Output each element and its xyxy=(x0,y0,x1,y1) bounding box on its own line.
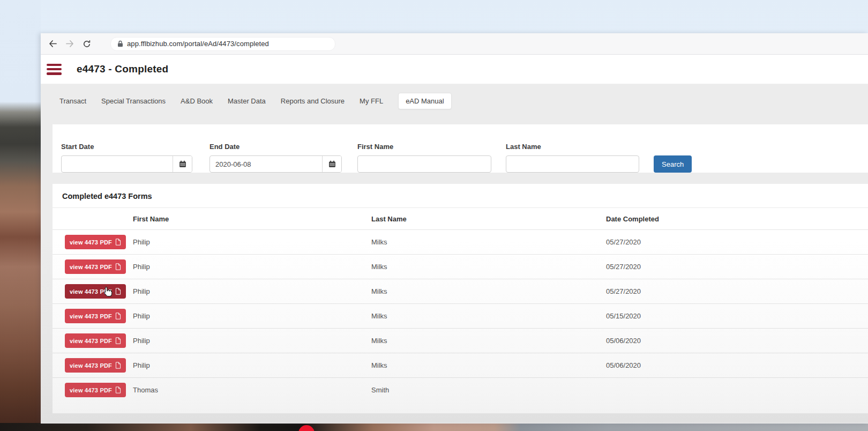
app-body: Transact Special Transactions A&D Book M… xyxy=(41,84,868,423)
refresh-icon xyxy=(83,40,91,48)
tab-reports-and-closure[interactable]: Reports and Closure xyxy=(281,97,345,105)
cell-date-completed: 05/27/2020 xyxy=(606,263,868,271)
cell-first-name: Philip xyxy=(133,361,371,369)
calendar-icon xyxy=(328,160,336,168)
tab-bar: Transact Special Transactions A&D Book M… xyxy=(41,84,868,112)
tab-ad-book[interactable]: A&D Book xyxy=(181,97,213,105)
cell-last-name: Milks xyxy=(371,361,606,369)
end-date-group: End Date xyxy=(209,143,342,173)
app-header: e4473 - Completed xyxy=(41,55,868,84)
calendar-icon xyxy=(179,160,186,168)
first-name-group: First Name xyxy=(357,143,491,173)
cell-first-name: Philip xyxy=(133,312,371,320)
view-4473-pdf-button[interactable]: view 4473 PDF xyxy=(65,333,126,348)
forward-arrow-icon xyxy=(65,40,74,48)
url-text: app.fflbizhub.com/portal/eAd/4473/comple… xyxy=(127,40,269,48)
table-row: view 4473 PDF Philip Milks 05/15/2020 xyxy=(53,303,868,328)
last-name-label: Last Name xyxy=(506,143,639,151)
column-header-last-name: Last Name xyxy=(371,215,606,223)
table-row: view 4473 PDF Thomas Smith xyxy=(53,377,868,402)
hamburger-menu-icon[interactable] xyxy=(47,64,62,75)
view-4473-pdf-button[interactable]: view 4473 PDF xyxy=(65,309,126,323)
cell-first-name: Philip xyxy=(133,238,371,246)
pdf-file-icon xyxy=(115,387,121,393)
cell-first-name: Philip xyxy=(133,263,371,271)
mouse-cursor xyxy=(103,286,113,300)
tab-transact[interactable]: Transact xyxy=(59,97,86,105)
tab-my-ffl[interactable]: My FFL xyxy=(360,97,383,105)
browser-toolbar: app.fflbizhub.com/portal/eAd/4473/comple… xyxy=(41,33,868,55)
pdf-file-icon xyxy=(115,263,121,270)
first-name-label: First Name xyxy=(357,143,491,151)
hand-pointer-icon xyxy=(103,286,113,298)
view-4473-pdf-button[interactable]: view 4473 PDF xyxy=(65,383,126,397)
cell-date-completed: 05/06/2020 xyxy=(606,361,868,369)
completed-forms-card: Completed e4473 Forms First Name Last Na… xyxy=(53,184,868,413)
back-arrow-icon xyxy=(48,40,57,48)
table-header-row: First Name Last Name Date Completed xyxy=(53,208,868,229)
pdf-file-icon xyxy=(115,239,121,246)
first-name-input[interactable] xyxy=(357,155,491,173)
cell-date-completed: 05/15/2020 xyxy=(606,312,868,320)
background-photo-strip xyxy=(0,423,868,431)
table-row: view 4473 PDF Philip Milks 05/27/2020 xyxy=(53,279,868,303)
background-person-photo xyxy=(0,0,41,423)
tab-special-transactions[interactable]: Special Transactions xyxy=(101,97,166,105)
pdf-file-icon xyxy=(115,313,121,319)
column-header-date-completed: Date Completed xyxy=(606,215,868,223)
page-title: e4473 - Completed xyxy=(77,63,168,75)
cell-last-name: Milks xyxy=(371,287,606,295)
cell-date-completed: 05/27/2020 xyxy=(606,287,868,295)
view-4473-pdf-button[interactable]: view 4473 PDF xyxy=(65,358,126,373)
end-date-input[interactable] xyxy=(210,156,322,172)
last-name-group: Last Name xyxy=(506,143,639,173)
forward-button[interactable] xyxy=(63,38,76,50)
start-date-label: Start Date xyxy=(61,143,192,151)
view-4473-pdf-button[interactable]: view 4473 PDF xyxy=(65,259,126,274)
table-row: view 4473 PDF Philip Milks 05/06/2020 xyxy=(53,353,868,377)
start-date-calendar-button[interactable] xyxy=(173,156,192,172)
address-bar[interactable]: app.fflbizhub.com/portal/eAd/4473/comple… xyxy=(110,37,335,51)
column-header-first-name: First Name xyxy=(133,215,371,223)
start-date-input[interactable] xyxy=(62,156,173,172)
tab-ead-manual[interactable]: eAD Manual xyxy=(398,93,452,109)
cell-last-name: Milks xyxy=(371,337,606,345)
end-date-calendar-button[interactable] xyxy=(322,156,341,172)
cell-last-name: Milks xyxy=(371,263,606,271)
view-4473-pdf-button[interactable]: view 4473 PDF xyxy=(65,235,126,249)
view-4473-pdf-button-hovered[interactable]: view 4473 PDF xyxy=(65,284,126,299)
search-panel: Start Date End Date xyxy=(53,124,868,173)
padlock-icon xyxy=(117,40,123,47)
card-title: Completed e4473 Forms xyxy=(53,184,868,208)
browser-window: app.fflbizhub.com/portal/eAd/4473/comple… xyxy=(41,33,868,423)
pdf-file-icon xyxy=(115,337,121,344)
cell-first-name: Philip xyxy=(133,337,371,345)
refresh-button[interactable] xyxy=(80,38,93,50)
table-row: view 4473 PDF Philip Milks 05/06/2020 xyxy=(53,328,868,353)
search-button[interactable]: Search xyxy=(654,155,692,173)
pdf-file-icon xyxy=(115,288,121,295)
cell-last-name: Milks xyxy=(371,238,606,246)
video-frame: app.fflbizhub.com/portal/eAd/4473/comple… xyxy=(0,0,868,431)
cell-last-name: Milks xyxy=(371,312,606,320)
table-row: view 4473 PDF Philip Milks 05/27/2020 xyxy=(53,229,868,254)
cell-date-completed: 05/27/2020 xyxy=(606,238,868,246)
tab-master-data[interactable]: Master Data xyxy=(228,97,266,105)
last-name-input[interactable] xyxy=(506,155,639,173)
end-date-label: End Date xyxy=(209,143,342,151)
cell-last-name: Smith xyxy=(371,386,606,394)
cell-first-name: Philip xyxy=(133,287,371,295)
cell-date-completed: 05/06/2020 xyxy=(606,337,868,345)
pdf-file-icon xyxy=(115,362,121,369)
cell-first-name: Thomas xyxy=(133,386,371,394)
back-button[interactable] xyxy=(46,38,59,50)
table-row: view 4473 PDF Philip Milks 05/27/2020 xyxy=(53,254,868,279)
start-date-group: Start Date xyxy=(61,143,192,173)
